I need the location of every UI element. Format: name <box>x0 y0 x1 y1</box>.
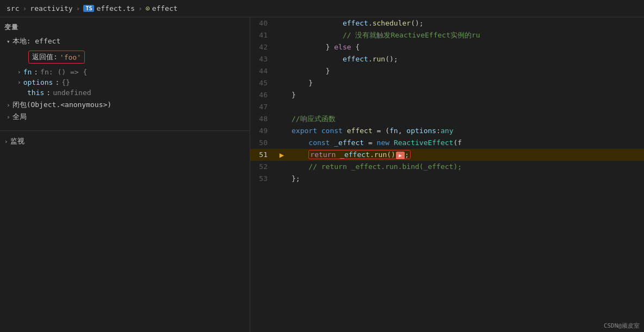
global-section[interactable]: › 全局 <box>0 111 250 123</box>
closure-chevron-icon: › <box>7 102 10 109</box>
code-content-51: return _effect.run()▶; <box>287 149 644 161</box>
code-content-41: // 没有就触发ReactiveEffect实例的ru <box>287 29 644 41</box>
code-line-43: 43 effect.run(); <box>250 53 644 65</box>
breadcrumb-sep-1: › <box>22 4 27 12</box>
breadcrumb-src[interactable]: src <box>7 4 19 12</box>
code-content-44: } <box>287 65 644 77</box>
breadcrumb-sep-2: › <box>76 4 81 12</box>
breakpoint-col-51: ▶ <box>276 149 287 161</box>
code-content-43: effect.run(); <box>287 53 644 65</box>
code-line-50: 50 const _effect = new ReactiveEffect(f <box>250 137 644 149</box>
code-line-46: 46 } <box>250 89 644 101</box>
options-var-item: › options : {} <box>0 77 250 87</box>
breadcrumb-symbol[interactable]: effect <box>152 4 178 12</box>
return-label: 返回值: <box>32 52 58 62</box>
line-num-40: 40 <box>250 17 276 29</box>
fn-key: fn <box>23 68 32 76</box>
code-line-47: 47 <box>250 101 644 113</box>
line-num-45: 45 <box>250 77 276 89</box>
code-line-44: 44 } <box>250 65 644 77</box>
step-arrow-icon: ▶ <box>280 149 284 161</box>
return-value: 'foo' <box>60 53 81 61</box>
line-num-41: 41 <box>250 29 276 41</box>
return-value-box: 返回值: 'foo' <box>28 51 85 64</box>
code-content-50: const _effect = new ReactiveEffect(f <box>287 137 644 149</box>
chevron-down-icon: ▾ <box>7 38 10 45</box>
line-num-46: 46 <box>250 89 276 101</box>
global-chevron-icon: › <box>7 114 10 121</box>
fn-var-item: › fn : fn: () => { <box>0 67 250 77</box>
code-content-52: // return _effect.run.bind(_effect); <box>287 161 644 173</box>
code-line-45: 45 } <box>250 77 644 89</box>
variables-sidebar: 变量 ▾ 本地: effect 返回值: 'foo' › <box>0 17 250 332</box>
global-label: 全局 <box>13 112 27 122</box>
breadcrumb-reactivity[interactable]: reactivity <box>30 4 72 12</box>
line-num-52: 52 <box>250 161 276 173</box>
fn-chevron-icon: › <box>17 68 21 76</box>
breadcrumb-file[interactable]: effect.ts <box>96 4 134 12</box>
options-value: {} <box>61 78 70 86</box>
breadcrumb-bar: src › reactivity › TS effect.ts › ⊙ effe… <box>0 0 644 17</box>
line-num-44: 44 <box>250 65 276 77</box>
code-line-42: 42 } else { <box>250 41 644 53</box>
options-colon: : <box>55 78 59 86</box>
return-value-row: 返回值: 'foo' <box>0 47 250 67</box>
local-scope-header[interactable]: ▾ 本地: effect <box>0 35 250 47</box>
code-content-45: } <box>287 77 644 89</box>
code-line-40: 40 effect.scheduler(); <box>250 17 644 29</box>
code-line-53: 53 }; <box>250 173 644 185</box>
code-content-42: } else { <box>287 41 644 53</box>
line-num-49: 49 <box>250 125 276 137</box>
options-key: options <box>23 78 53 86</box>
local-scope-label: 本地: effect <box>13 36 61 46</box>
breadcrumb-sep-3: › <box>138 4 143 12</box>
variables-title: 变量 <box>4 23 18 32</box>
this-colon: : <box>46 89 51 97</box>
local-scope-group: ▾ 本地: effect 返回值: 'foo' › fn : fn: () =>… <box>0 34 250 99</box>
variables-section: 变量 ▾ 本地: effect 返回值: 'foo' › <box>0 17 250 126</box>
code-line-52: 52 // return _effect.run.bind(_effect); <box>250 161 644 173</box>
code-editor[interactable]: 40 effect.scheduler(); 41 // 没有就触发Reacti… <box>250 17 644 332</box>
fn-colon: : <box>34 68 38 76</box>
line-num-42: 42 <box>250 41 276 53</box>
code-line-41: 41 // 没有就触发ReactiveEffect实例的ru <box>250 29 644 41</box>
watch-section: › 监视 <box>0 130 250 152</box>
code-content-47 <box>287 101 644 113</box>
variables-header: 变量 <box>0 21 250 34</box>
code-lines: 40 effect.scheduler(); 41 // 没有就触发Reacti… <box>250 17 644 185</box>
run-step-icon: ▶ <box>396 152 405 159</box>
code-line-51: 51 ▶ return _effect.run()▶; <box>250 149 644 161</box>
watch-chevron-icon: › <box>4 138 8 145</box>
closure-section[interactable]: › 闭包(Object.<anonymous>) <box>0 99 250 111</box>
line-num-43: 43 <box>250 53 276 65</box>
line-num-48: 48 <box>250 113 276 125</box>
code-content-46: } <box>287 89 644 101</box>
code-content-49: export const effect = (fn, options:any <box>287 125 644 137</box>
options-chevron-icon: › <box>17 79 21 86</box>
fn-value: fn: () => { <box>40 68 87 76</box>
watch-label: 监视 <box>10 136 24 146</box>
main-container: 变量 ▾ 本地: effect 返回值: 'foo' › <box>0 17 644 332</box>
ts-badge: TS <box>83 5 94 12</box>
breadcrumb-icon: ⊙ <box>146 4 150 12</box>
watermark: CSDN@顽皮室 <box>604 322 640 330</box>
code-line-49: 49 export const effect = (fn, options:an… <box>250 125 644 137</box>
code-line-48: 48 //响应式函数 <box>250 113 644 125</box>
code-content-53: }; <box>287 173 644 185</box>
code-content-40: effect.scheduler(); <box>287 17 644 29</box>
closure-label: 闭包(Object.<anonymous>) <box>13 100 112 110</box>
this-var-item: this : undefined <box>0 87 250 98</box>
this-value: undefined <box>53 89 91 97</box>
line-num-50: 50 <box>250 137 276 149</box>
line-num-53: 53 <box>250 173 276 185</box>
code-content-48: //响应式函数 <box>287 113 644 125</box>
line-num-51: 51 <box>250 149 276 161</box>
watch-header[interactable]: › 监视 <box>0 134 250 148</box>
this-key: this <box>27 89 44 97</box>
line-num-47: 47 <box>250 101 276 113</box>
